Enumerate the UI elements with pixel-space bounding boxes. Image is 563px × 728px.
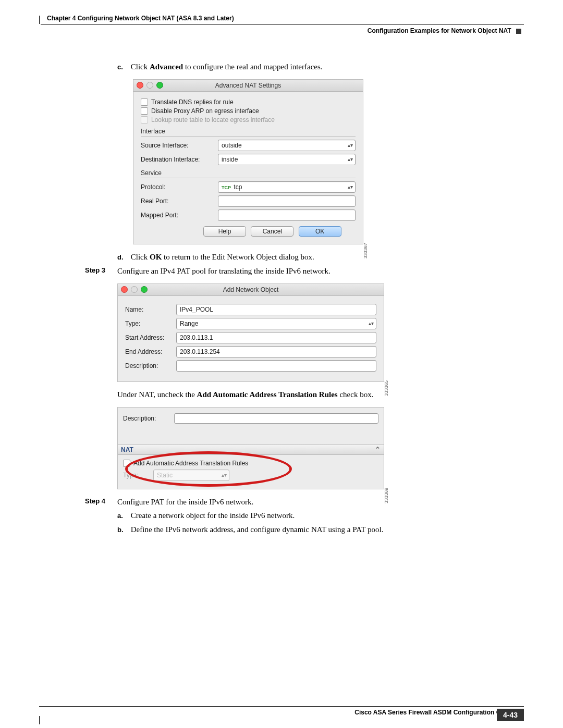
name-label: Name: xyxy=(125,306,172,313)
step-4: Step 4 Configure PAT for the inside IPv6… xyxy=(117,497,521,507)
destination-interface-select[interactable]: inside ▴▾ xyxy=(218,154,356,165)
checkbox-label: Translate DNS replies for rule xyxy=(151,98,234,106)
chevron-updown-icon: ▴▾ xyxy=(369,320,374,327)
checkbox-icon[interactable] xyxy=(123,460,130,467)
bullet-a: a. xyxy=(117,511,129,521)
checkbox-icon[interactable] xyxy=(141,107,148,115)
page-number: 4-43 xyxy=(497,709,524,721)
item-b: b. Define the IPv6 network address, and … xyxy=(117,524,521,535)
description-input[interactable] xyxy=(174,413,378,424)
step-text: Configure an IPv4 PAT pool for translati… xyxy=(117,267,331,275)
close-icon[interactable] xyxy=(121,286,128,293)
cancel-button[interactable]: Cancel xyxy=(251,226,293,237)
advanced-nat-settings-dialog: Advanced NAT Settings Translate DNS repl… xyxy=(133,79,363,244)
type-select[interactable]: Range ▴▾ xyxy=(176,318,376,329)
collapse-icon[interactable]: ⌃ xyxy=(375,446,381,453)
bullet-b: b. xyxy=(117,525,129,535)
select-value: Static xyxy=(157,472,173,479)
end-address-label: End Address: xyxy=(125,348,172,355)
select-value: Range xyxy=(180,320,198,327)
checkbox-label: Add Automatic Address Translation Rules xyxy=(133,460,248,467)
item-c: c. Click Advanced to configure the real … xyxy=(117,61,521,72)
bullet-c: c. xyxy=(117,63,129,72)
real-port-label: Real Port: xyxy=(141,198,214,205)
footer-rule xyxy=(39,706,524,707)
step-label: Step 4 xyxy=(85,497,105,506)
ok-button[interactable]: OK xyxy=(299,226,341,237)
nat-rules-panel: Description: NAT ⌃ Add Automatic Address… xyxy=(117,407,384,489)
checkbox-label: Lookup route table to locate egress inte… xyxy=(151,116,275,124)
guide-title: Cisco ASA Series Firewall ASDM Configura… xyxy=(354,709,513,716)
chevron-updown-icon: ▴▾ xyxy=(348,156,353,163)
mapped-port-input[interactable] xyxy=(218,209,356,221)
start-address-label: Start Address: xyxy=(125,334,172,341)
protocol-label: Protocol: xyxy=(141,183,214,191)
checkbox-icon xyxy=(141,116,148,124)
type-label: Type: xyxy=(123,472,149,479)
checkbox-row-disabled: Lookup route table to locate egress inte… xyxy=(141,116,356,124)
zoom-icon[interactable] xyxy=(156,82,163,89)
checkbox-label: Disable Proxy ARP on egress interface xyxy=(151,107,259,115)
select-value: tcp xyxy=(234,183,242,191)
description-label: Description: xyxy=(125,362,172,369)
checkbox-row[interactable]: Translate DNS replies for rule xyxy=(141,98,356,106)
text: Click xyxy=(131,63,150,71)
minimize-icon[interactable] xyxy=(131,286,138,293)
crop-mark xyxy=(39,716,40,724)
group-title: NAT xyxy=(121,446,133,453)
zoom-icon[interactable] xyxy=(141,286,148,293)
text-bold: Advanced xyxy=(150,63,183,71)
type-select-disabled: Static ▴▾ xyxy=(153,470,229,481)
step-3: Step 3 Configure an IPv4 PAT pool for tr… xyxy=(117,266,521,276)
item-a: a. Create a network object for the insid… xyxy=(117,510,521,521)
description-label: Description: xyxy=(123,415,170,422)
text-bold: OK xyxy=(150,253,162,261)
description-input[interactable] xyxy=(176,360,376,372)
checkbox-icon[interactable] xyxy=(141,98,148,106)
input-value: 203.0.113.1 xyxy=(180,334,213,341)
section-header: Configuration Examples for Network Objec… xyxy=(368,27,521,34)
chevron-updown-icon: ▴▾ xyxy=(348,142,353,149)
item-d: d. Click OK to return to the Edit Networ… xyxy=(117,252,521,262)
figure-id: 333365 xyxy=(384,380,389,396)
input-value: 203.0.113.254 xyxy=(180,348,220,355)
protocol-select[interactable]: TCP tcp ▴▾ xyxy=(218,181,356,193)
checkbox-row[interactable]: Add Automatic Address Translation Rules xyxy=(123,460,378,467)
end-address-input[interactable]: 203.0.113.254 xyxy=(176,346,376,357)
real-port-input[interactable] xyxy=(218,195,356,207)
minimize-icon[interactable] xyxy=(146,82,153,89)
under-nat-text: Under NAT, uncheck the Add Automatic Add… xyxy=(117,389,521,400)
bullet-d: d. xyxy=(117,253,129,262)
close-icon[interactable] xyxy=(137,82,143,89)
text: Click xyxy=(131,253,150,261)
mapped-port-label: Mapped Port: xyxy=(141,212,214,219)
destination-interface-label: Destination Interface: xyxy=(141,156,214,163)
crop-mark xyxy=(39,16,40,24)
text: check box. xyxy=(338,390,374,399)
source-interface-label: Source Interface: xyxy=(141,142,214,149)
window-controls[interactable] xyxy=(137,82,163,89)
step-text: Configure PAT for the inside IPv6 networ… xyxy=(117,498,253,506)
text: to configure the real and mapped interfa… xyxy=(183,63,322,71)
section-title: Configuration Examples for Network Objec… xyxy=(368,27,511,34)
chapter-header: Chapter 4 Configuring Network Object NAT… xyxy=(47,15,234,22)
source-interface-select[interactable]: outside ▴▾ xyxy=(218,140,356,151)
nat-group-header[interactable]: NAT ⌃ xyxy=(118,444,384,455)
start-address-input[interactable]: 203.0.113.1 xyxy=(176,332,376,343)
help-button[interactable]: Help xyxy=(203,226,246,237)
fieldset-service: Service xyxy=(141,169,356,177)
text: to return to the Edit Network Object dia… xyxy=(162,253,314,261)
add-network-object-dialog: Add Network Object Name: IPv4_POOL Type:… xyxy=(117,283,384,382)
text-bold: Add Automatic Address Translation Rules xyxy=(197,390,338,399)
chevron-updown-icon: ▴▾ xyxy=(348,183,353,191)
tcp-icon: TCP xyxy=(222,185,231,190)
select-value: outside xyxy=(222,142,242,149)
window-controls[interactable] xyxy=(121,286,148,293)
dialog-titlebar: Add Network Object xyxy=(118,284,384,296)
select-value: inside xyxy=(222,156,238,163)
checkbox-row[interactable]: Disable Proxy ARP on egress interface xyxy=(141,107,356,115)
fieldset-interface: Interface xyxy=(141,128,356,135)
dialog-titlebar: Advanced NAT Settings xyxy=(133,80,363,92)
header-square-icon xyxy=(516,29,521,34)
name-input[interactable]: IPv4_POOL xyxy=(176,304,376,315)
